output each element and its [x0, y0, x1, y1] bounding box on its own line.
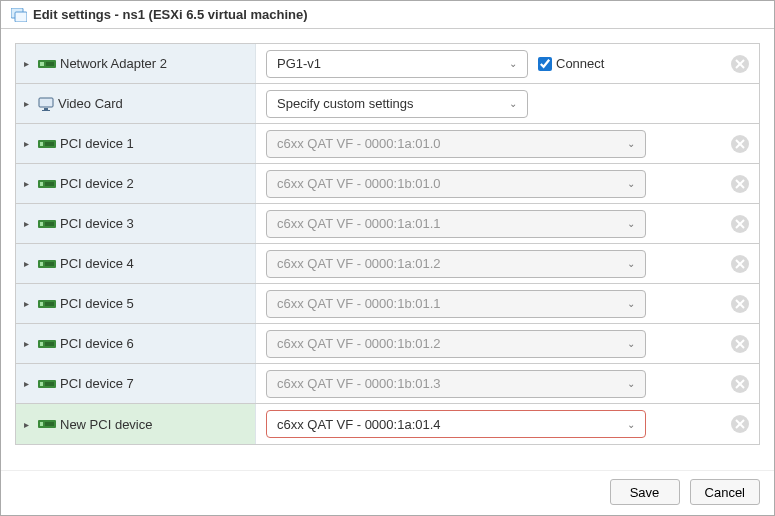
chevron-down-icon: ⌄ — [627, 419, 635, 430]
svg-rect-26 — [40, 262, 43, 266]
pci-card-icon — [38, 418, 56, 430]
label-cell[interactable]: ▸PCI device 4 — [16, 244, 256, 283]
label-cell[interactable]: ▸PCI device 5 — [16, 284, 256, 323]
pci-card-icon — [38, 178, 56, 190]
pci-device-select[interactable]: c6xx QAT VF - 0000:1b:01.0⌄ — [266, 170, 646, 198]
chevron-down-icon: ⌄ — [627, 378, 635, 389]
remove-button[interactable] — [731, 415, 749, 433]
remove-button[interactable] — [731, 335, 749, 353]
remove-button[interactable] — [731, 375, 749, 393]
svg-rect-17 — [45, 182, 54, 186]
new-pci-device-select[interactable]: c6xx QAT VF - 0000:1a:01.4 ⌄ — [266, 410, 646, 438]
chevron-down-icon: ⌄ — [627, 258, 635, 269]
svg-rect-37 — [45, 342, 54, 346]
expand-caret-icon: ▸ — [24, 178, 34, 189]
cancel-button[interactable]: Cancel — [690, 479, 760, 505]
label-cell[interactable]: ▸PCI device 6 — [16, 324, 256, 363]
pci-device-select[interactable]: c6xx QAT VF - 0000:1a:01.2⌄ — [266, 250, 646, 278]
pci-device-label: PCI device 3 — [60, 216, 247, 231]
row-pci-device: ▸PCI device 1c6xx QAT VF - 0000:1a:01.0⌄ — [16, 124, 759, 164]
dialog-body: ▸ Network Adapter 2 PG1-v1 ⌄ Connect — [1, 29, 774, 470]
pci-card-icon — [38, 378, 56, 390]
value-cell: c6xx QAT VF - 0000:1a:01.0⌄ — [256, 124, 759, 163]
svg-rect-9 — [42, 110, 50, 111]
select-value: c6xx QAT VF - 0000:1b:01.0 — [277, 176, 441, 191]
network-adapter-icon — [38, 58, 56, 70]
pci-device-label: PCI device 2 — [60, 176, 247, 191]
chevron-down-icon: ⌄ — [509, 98, 517, 109]
chevron-down-icon: ⌄ — [627, 138, 635, 149]
label-cell[interactable]: ▸ Video Card — [16, 84, 256, 123]
svg-rect-46 — [40, 422, 43, 426]
pci-card-icon — [38, 338, 56, 350]
pci-device-select[interactable]: c6xx QAT VF - 0000:1b:01.3⌄ — [266, 370, 646, 398]
network-adapter-select[interactable]: PG1-v1 ⌄ — [266, 50, 528, 78]
remove-button[interactable] — [731, 175, 749, 193]
svg-rect-36 — [40, 342, 43, 346]
svg-rect-27 — [45, 262, 54, 266]
select-value: Specify custom settings — [277, 96, 414, 111]
connect-label: Connect — [556, 56, 604, 71]
label-cell[interactable]: ▸PCI device 1 — [16, 124, 256, 163]
row-pci-device: ▸PCI device 6c6xx QAT VF - 0000:1b:01.2⌄ — [16, 324, 759, 364]
remove-button[interactable] — [731, 215, 749, 233]
new-pci-device-label: New PCI device — [60, 417, 247, 432]
pci-device-label: PCI device 4 — [60, 256, 247, 271]
value-cell: c6xx QAT VF - 0000:1b:01.2⌄ — [256, 324, 759, 363]
svg-rect-7 — [39, 98, 53, 107]
label-cell[interactable]: ▸ Network Adapter 2 — [16, 44, 256, 83]
label-cell[interactable]: ▸PCI device 3 — [16, 204, 256, 243]
pci-device-select[interactable]: c6xx QAT VF - 0000:1b:01.2⌄ — [266, 330, 646, 358]
video-card-label: Video Card — [58, 96, 247, 111]
row-pci-device: ▸PCI device 5c6xx QAT VF - 0000:1b:01.1⌄ — [16, 284, 759, 324]
svg-rect-32 — [45, 302, 54, 306]
save-button[interactable]: Save — [610, 479, 680, 505]
chevron-down-icon: ⌄ — [627, 298, 635, 309]
dialog-footer: Save Cancel — [1, 470, 774, 515]
expand-caret-icon: ▸ — [24, 218, 34, 229]
value-cell: c6xx QAT VF - 0000:1b:01.1⌄ — [256, 284, 759, 323]
remove-button[interactable] — [731, 55, 749, 73]
svg-rect-1 — [15, 12, 27, 22]
label-cell[interactable]: ▸PCI device 2 — [16, 164, 256, 203]
svg-rect-42 — [45, 382, 54, 386]
remove-button[interactable] — [731, 295, 749, 313]
expand-caret-icon: ▸ — [24, 258, 34, 269]
row-pci-device: ▸PCI device 2c6xx QAT VF - 0000:1b:01.0⌄ — [16, 164, 759, 204]
row-new-pci-device: ▸ New PCI device c6xx QAT VF - 0000:1a:0… — [16, 404, 759, 444]
pci-device-select[interactable]: c6xx QAT VF - 0000:1b:01.1⌄ — [266, 290, 646, 318]
svg-rect-21 — [40, 222, 43, 226]
svg-rect-11 — [40, 142, 43, 146]
svg-rect-22 — [45, 222, 54, 226]
label-cell[interactable]: ▸ New PCI device — [16, 404, 256, 444]
svg-rect-16 — [40, 182, 43, 186]
expand-caret-icon: ▸ — [24, 138, 34, 149]
pci-card-icon — [38, 218, 56, 230]
chevron-down-icon: ⌄ — [627, 338, 635, 349]
edit-settings-dialog: Edit settings - ns1 (ESXi 6.5 virtual ma… — [0, 0, 775, 516]
pci-device-select[interactable]: c6xx QAT VF - 0000:1a:01.0⌄ — [266, 130, 646, 158]
connect-checkbox-wrap[interactable]: Connect — [538, 56, 604, 71]
dialog-title-bar: Edit settings - ns1 (ESXi 6.5 virtual ma… — [1, 1, 774, 29]
expand-caret-icon: ▸ — [24, 298, 34, 309]
pci-card-icon — [38, 258, 56, 270]
remove-button[interactable] — [731, 135, 749, 153]
row-pci-device: ▸PCI device 4c6xx QAT VF - 0000:1a:01.2⌄ — [16, 244, 759, 284]
value-cell: PG1-v1 ⌄ Connect — [256, 44, 759, 83]
select-value: c6xx QAT VF - 0000:1b:01.1 — [277, 296, 441, 311]
select-value: PG1-v1 — [277, 56, 321, 71]
vm-icon — [11, 8, 27, 22]
pci-device-select[interactable]: c6xx QAT VF - 0000:1a:01.1⌄ — [266, 210, 646, 238]
label-cell[interactable]: ▸PCI device 7 — [16, 364, 256, 403]
pci-device-label: PCI device 7 — [60, 376, 247, 391]
connect-checkbox[interactable] — [538, 57, 552, 71]
row-video-card: ▸ Video Card Specify custom settings ⌄ — [16, 84, 759, 124]
video-card-select[interactable]: Specify custom settings ⌄ — [266, 90, 528, 118]
chevron-down-icon: ⌄ — [627, 178, 635, 189]
remove-button[interactable] — [731, 255, 749, 273]
network-adapter-label: Network Adapter 2 — [60, 56, 247, 71]
svg-rect-47 — [45, 422, 54, 426]
chevron-down-icon: ⌄ — [509, 58, 517, 69]
select-value: c6xx QAT VF - 0000:1b:01.3 — [277, 376, 441, 391]
expand-caret-icon: ▸ — [24, 338, 34, 349]
